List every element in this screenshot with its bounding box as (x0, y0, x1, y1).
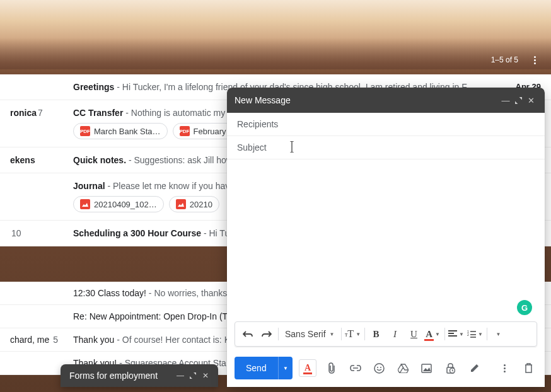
minimize-icon[interactable]: — (174, 369, 187, 382)
svg-text:2: 2 (467, 333, 469, 337)
separator (278, 328, 279, 340)
subject: CC Transfer (73, 108, 123, 118)
insert-photo-button[interactable] (418, 359, 436, 377)
insert-drive-button[interactable] (394, 359, 412, 377)
align-button[interactable]: ▼ (448, 325, 465, 343)
separator (341, 328, 342, 340)
chip-label: 20210409_102… (94, 200, 157, 209)
pagination-text: 1–5 of 5 (491, 55, 518, 64)
sender: 10 (10, 228, 73, 238)
preview: - Nothing is automatic my (123, 108, 225, 118)
chevron-down-icon: ▼ (459, 331, 464, 337)
svg-rect-0 (81, 200, 89, 208)
separator (364, 328, 365, 340)
send-button[interactable]: Send (235, 357, 278, 379)
more-formatting-button[interactable]: ▼ (490, 325, 508, 343)
text-color-button[interactable]: A▼ (424, 325, 442, 343)
bold-button[interactable]: B (368, 325, 385, 343)
chevron-down-icon: ▼ (330, 331, 335, 337)
svg-point-6 (377, 367, 378, 368)
subject: Re: New Appointment: Open Drop-In (T (73, 311, 228, 321)
insert-emoji-button[interactable] (370, 359, 388, 377)
svg-rect-8 (422, 364, 431, 372)
text-cursor-icon (289, 141, 295, 153)
compose-action-row: Send ▼ A (227, 352, 545, 387)
preview: - Please let me know if you hav (105, 181, 230, 191)
chevron-down-icon: ▼ (435, 331, 440, 337)
compose-body[interactable]: G (227, 159, 545, 321)
sender: chard, me 5 (10, 335, 73, 345)
subject: Journal (73, 181, 105, 191)
more-options-button[interactable] (496, 359, 513, 377)
svg-marker-2 (178, 203, 184, 207)
pdf-icon: PDF (80, 126, 90, 136)
attachment-chip[interactable]: PDF March Bank Sta… (73, 123, 168, 139)
recipients-field[interactable]: Recipients (227, 113, 545, 136)
subject: 12:30 Class today! (73, 288, 146, 298)
compose-title: New Message (235, 95, 499, 105)
minimized-compose-title: Forms for employment (69, 371, 174, 381)
font-family-label: Sans Serif (285, 329, 326, 339)
list-button[interactable]: 12 ▼ (467, 325, 484, 343)
confidential-mode-button[interactable] (442, 359, 460, 377)
attachment-chip[interactable]: 20210409_102… (73, 196, 164, 212)
chevron-down-icon: ▼ (356, 331, 361, 337)
separator (487, 328, 487, 340)
preview: - Suggestions: ask Jill how (126, 155, 233, 165)
formatting-toolbar: Sans Serif ▼ тT▼ B I U A▼ ▼ 12 ▼ ▼ (235, 321, 537, 347)
expand-icon[interactable] (187, 369, 199, 382)
separator (444, 328, 445, 340)
minimize-icon[interactable]: — (499, 94, 512, 107)
send-button-group: Send ▼ (235, 357, 293, 379)
svg-point-7 (380, 367, 381, 368)
subject-placeholder: Subject (237, 142, 267, 153)
minimized-compose-window[interactable]: Forms for employment — ✕ (61, 364, 218, 387)
compose-header[interactable]: New Message — ✕ (227, 88, 545, 113)
svg-point-5 (374, 364, 384, 373)
chip-label: 20210 (190, 200, 212, 209)
compose-window: New Message — ✕ Recipients Subject G San… (227, 88, 545, 387)
svg-marker-9 (423, 367, 431, 371)
pdf-icon: PDF (180, 126, 190, 136)
svg-marker-1 (82, 203, 88, 207)
image-icon (176, 199, 186, 209)
chip-label: March Bank Sta… (94, 127, 161, 136)
underline-button[interactable]: U (405, 325, 423, 343)
more-options-icon[interactable] (530, 55, 540, 65)
subject: Greetings (73, 82, 114, 92)
subject: Scheduling a 300 Hour Course (73, 228, 201, 238)
sender: ronica7 (10, 108, 73, 118)
discard-draft-button[interactable] (519, 359, 537, 377)
subject: Thank you (73, 335, 114, 345)
italic-button[interactable]: I (386, 325, 404, 343)
insert-link-button[interactable] (347, 359, 364, 377)
mail-header-bar: 1–5 of 5 (0, 47, 551, 72)
grammarly-icon[interactable]: G (517, 300, 532, 315)
redo-button[interactable] (258, 325, 276, 343)
subject-field[interactable]: Subject (227, 136, 545, 159)
close-icon[interactable]: ✕ (199, 369, 212, 382)
font-size-button[interactable]: тT▼ (344, 325, 362, 343)
fullscreen-icon[interactable] (512, 94, 525, 107)
insert-signature-button[interactable] (466, 359, 484, 377)
sender: ekens (10, 155, 73, 165)
close-icon[interactable]: ✕ (525, 94, 537, 107)
preview: - No worries, thanks (146, 288, 227, 298)
undo-button[interactable] (239, 325, 257, 343)
subject: Quick notes. (73, 155, 126, 165)
font-family-select[interactable]: Sans Serif ▼ (281, 329, 339, 339)
attach-file-button[interactable] (323, 359, 340, 377)
chevron-down-icon: ▼ (478, 331, 483, 337)
send-options-button[interactable]: ▼ (278, 357, 293, 379)
image-icon (80, 199, 90, 209)
preview: - Of course! Her contact is: K (114, 335, 230, 345)
text-format-button[interactable]: A (299, 359, 316, 377)
attachment-chip[interactable]: 20210 (169, 196, 219, 212)
